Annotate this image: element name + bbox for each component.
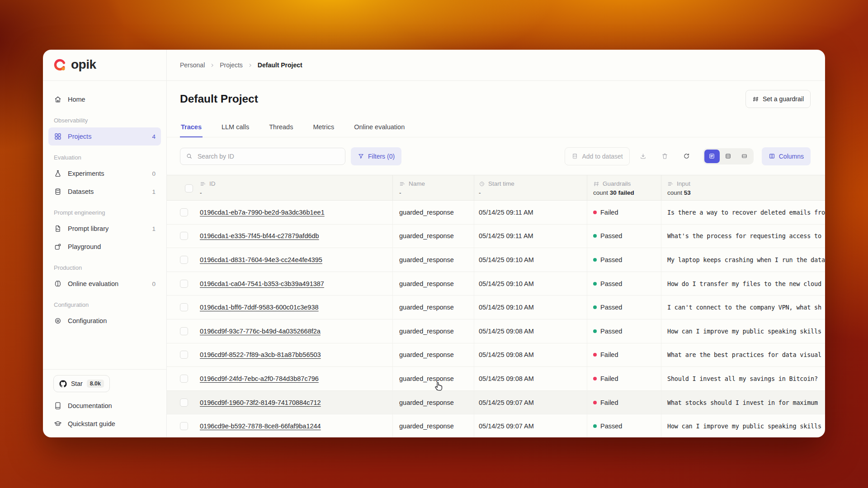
sidebar-item-prompt-library[interactable]: Prompt library1: [48, 220, 161, 238]
tab-threads[interactable]: Threads: [268, 123, 294, 137]
sidebar-item-playground[interactable]: Playground: [48, 238, 161, 256]
start-time-cell: 05/14/25 09:11 AM: [474, 225, 587, 248]
trace-id-link[interactable]: 0196cd9f-93c7-776c-b49d-4a0352668f2a: [200, 328, 321, 335]
main-content: PersonalProjectsDefault Project Default …: [167, 50, 825, 437]
grid-icon: [54, 132, 62, 141]
sidebar-item-experiments[interactable]: Experiments0: [48, 164, 161, 183]
input-cell: I can't connect to the company VPN, what…: [661, 296, 825, 319]
trace-id-link[interactable]: 0196cda1-bff6-7ddf-9583-600c01c3e938: [200, 304, 319, 311]
density-toggle-density-compact-icon[interactable]: [737, 150, 752, 163]
column-header-input[interactable]: Inputcount 53: [661, 175, 825, 200]
input-text: What are the best practices for data vis…: [667, 351, 821, 358]
row-checkbox[interactable]: [180, 256, 188, 264]
desktop-background: opik HomeObservabilityProjects4Evaluatio…: [0, 0, 868, 488]
row-checkbox[interactable]: [180, 208, 188, 216]
set-guardrail-button[interactable]: Set a guardrail: [745, 90, 811, 108]
trace-id-link[interactable]: 0196cd9f-24fd-7ebc-a2f0-784d3b87c796: [200, 375, 319, 382]
select-all-checkbox[interactable]: [185, 184, 193, 192]
trace-id-link[interactable]: 0196cda1-e335-7f45-bf44-c27879afd6db: [200, 232, 319, 239]
column-header-id[interactable]: ID-: [198, 175, 393, 200]
tab-llm-calls[interactable]: LLM calls: [221, 123, 250, 137]
row-checkbox[interactable]: [180, 351, 188, 359]
search-input[interactable]: [197, 152, 340, 160]
breadcrumb-item-projects[interactable]: Projects: [220, 61, 243, 69]
input-text: How can I improve my public speaking ski…: [667, 422, 821, 430]
sidebar-item-count: 0: [152, 170, 156, 177]
trace-id-link[interactable]: 0196cda1-d831-7604-94e3-cc24e4fe4395: [200, 256, 322, 263]
sidebar-section-label-configuration: Configuration: [48, 301, 161, 308]
tab-traces[interactable]: Traces: [180, 123, 203, 137]
sidebar-item-online-evaluation[interactable]: Online evaluation0: [48, 275, 161, 293]
trace-id-link[interactable]: 0196cd9e-b592-7878-8ce8-66faf9ba1244: [200, 422, 321, 430]
row-checkbox[interactable]: [180, 303, 188, 311]
sidebar-item-label: Online evaluation: [68, 280, 146, 287]
breadcrumb: PersonalProjectsDefault Project: [167, 50, 825, 81]
trace-name: guarded_response: [399, 232, 454, 239]
guardrail-status-dot: [593, 329, 597, 333]
add-to-dataset-button[interactable]: Add to dataset: [565, 147, 629, 165]
column-header-summary: -: [200, 189, 392, 196]
row-checkbox[interactable]: [180, 327, 188, 335]
clock-icon: [479, 181, 485, 187]
guardrail-status-cell: Failed: [587, 391, 661, 414]
tab-online-evaluation[interactable]: Online evaluation: [353, 123, 406, 137]
trace-id-link[interactable]: 0196cda1-eb7a-7990-be2d-9a3dc36b1ee1: [200, 209, 325, 216]
guardrail-status-label: Passed: [600, 304, 622, 311]
refresh-icon: [683, 153, 690, 160]
row-select-cell: [167, 272, 198, 296]
sidebar-item-datasets[interactable]: Datasets1: [48, 183, 161, 201]
column-header-summary: count 30 failed: [593, 189, 661, 196]
sidebar-item-home[interactable]: Home: [48, 90, 161, 108]
column-header-guardrails[interactable]: Guardrailscount 30 failed: [587, 175, 661, 200]
input-text: Is there a way to recover deleted emails…: [667, 209, 825, 216]
sidebar-item-projects[interactable]: Projects4: [48, 127, 161, 145]
table-row: 0196cd9f-93c7-776c-b49d-4a0352668f2aguar…: [167, 319, 825, 343]
trace-id-cell: 0196cd9f-24fd-7ebc-a2f0-784d3b87c796: [198, 367, 393, 390]
start-time-cell: 05/14/25 09:08 AM: [474, 319, 587, 343]
trace-id-cell: 0196cda1-ca04-7541-b353-c3b39a491387: [198, 272, 393, 296]
column-header-start-time[interactable]: Start time-: [474, 175, 587, 200]
sidebar-item-configuration[interactable]: Configuration: [48, 312, 161, 330]
density-toggle-density-rows-icon[interactable]: [721, 150, 736, 163]
sidebar-section-label-observability: Observability: [48, 117, 161, 124]
sidebar-item-quickstart-guide[interactable]: Quickstart guide: [48, 415, 161, 433]
delete-button[interactable]: [657, 148, 673, 164]
sidebar-item-count: 1: [152, 188, 156, 195]
breadcrumb-item-default-project: Default Project: [258, 61, 302, 69]
start-time-cell: 05/14/25 09:08 AM: [474, 367, 587, 390]
trace-id-link[interactable]: 0196cd9f-8522-7f89-a3cb-81a87bb56503: [200, 351, 321, 358]
book-icon: [54, 402, 62, 410]
filters-button[interactable]: Filters (0): [351, 147, 401, 165]
table-row: 0196cd9f-24fd-7ebc-a2f0-784d3b87c796guar…: [167, 367, 825, 391]
tab-metrics[interactable]: Metrics: [312, 123, 335, 137]
trace-id-link[interactable]: 0196cd9f-1960-73f2-8149-74170884c712: [200, 399, 321, 406]
row-checkbox[interactable]: [180, 375, 188, 383]
row-checkbox[interactable]: [180, 399, 188, 407]
page-header: Default Project Set a guardrail: [167, 81, 825, 117]
opik-app-window: opik HomeObservabilityProjects4Evaluatio…: [43, 50, 825, 437]
columns-button[interactable]: Columns: [762, 147, 811, 165]
breadcrumb-item-personal[interactable]: Personal: [180, 61, 205, 69]
guardrail-status-label: Passed: [600, 256, 622, 263]
density-toggle-density-card-icon[interactable]: [704, 150, 720, 163]
trace-id-link[interactable]: 0196cda1-ca04-7541-b353-c3b39a491387: [200, 280, 324, 287]
target-icon: [54, 317, 62, 325]
column-header-label: Guardrails: [603, 180, 631, 187]
sidebar-item-count: 0: [152, 281, 156, 287]
start-time: 05/14/25 09:11 AM: [479, 232, 533, 239]
github-star-button[interactable]: Star 8.0k: [53, 375, 110, 392]
row-checkbox[interactable]: [180, 280, 188, 288]
column-header-top: Guardrails: [593, 180, 661, 187]
logo[interactable]: opik: [43, 50, 166, 81]
column-header-label: Start time: [488, 180, 514, 187]
row-checkbox[interactable]: [180, 232, 188, 240]
sidebar-section-label-production: Production: [48, 264, 161, 271]
brain-icon: [54, 280, 62, 288]
row-checkbox[interactable]: [180, 422, 188, 430]
export-button[interactable]: [635, 148, 651, 164]
start-time-cell: 05/14/25 09:10 AM: [474, 248, 587, 272]
sidebar-item-documentation[interactable]: Documentation: [48, 397, 161, 415]
column-header-name[interactable]: Name-: [393, 175, 474, 200]
trace-name-cell: guarded_response: [393, 414, 474, 437]
refresh-button[interactable]: [679, 148, 695, 164]
